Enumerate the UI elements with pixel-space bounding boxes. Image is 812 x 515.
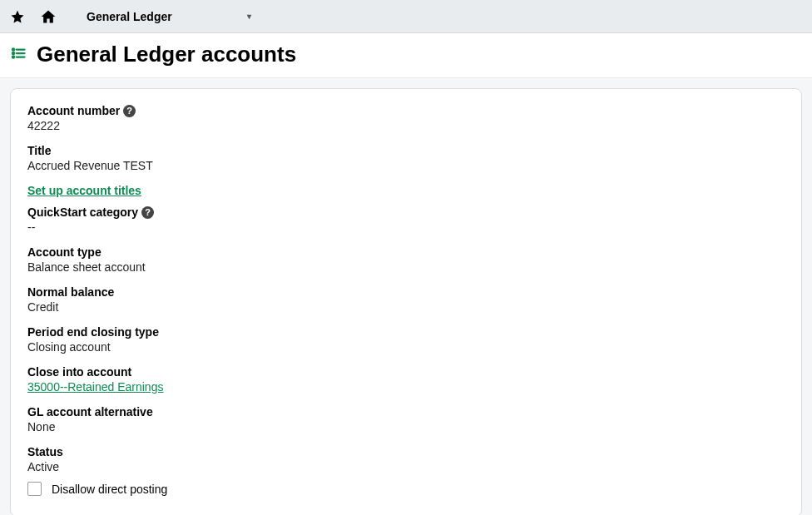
account-type-value: Balance sheet account xyxy=(27,260,785,274)
period-end-value: Closing account xyxy=(27,340,785,354)
favorites-icon[interactable] xyxy=(10,9,25,24)
disallow-checkbox[interactable] xyxy=(27,482,42,496)
content-area: Account number ? 42222 Title Accrued Rev… xyxy=(0,78,812,515)
status-value: Active xyxy=(27,460,785,473)
title-value: Accrued Revenue TEST xyxy=(27,159,785,172)
svg-point-0 xyxy=(12,48,14,50)
title-label: Title xyxy=(27,144,785,157)
module-selector[interactable]: General Ledger ▾ xyxy=(87,10,251,23)
home-icon[interactable] xyxy=(40,8,57,25)
quickstart-label: QuickStart category xyxy=(27,206,138,219)
field-status: Status Active xyxy=(27,445,785,473)
help-icon[interactable]: ? xyxy=(141,206,154,219)
module-selector-label: General Ledger xyxy=(87,10,172,23)
chevron-down-icon: ▾ xyxy=(247,12,251,21)
account-number-value: 42222 xyxy=(27,119,785,132)
help-icon[interactable]: ? xyxy=(123,105,136,117)
normal-balance-label: Normal balance xyxy=(27,285,785,299)
close-into-account-link[interactable]: 35000--Retained Earnings xyxy=(27,380,163,394)
topbar: General Ledger ▾ xyxy=(0,0,812,33)
account-type-label: Account type xyxy=(27,245,785,259)
close-into-label: Close into account xyxy=(27,365,785,379)
disallow-label: Disallow direct posting xyxy=(52,483,167,496)
field-quickstart: QuickStart category ? -- xyxy=(27,206,785,234)
field-gl-alternative: GL account alternative None xyxy=(27,405,785,433)
field-account-type: Account type Balance sheet account xyxy=(27,245,785,274)
field-period-end: Period end closing type Closing account xyxy=(27,325,785,354)
quickstart-value: -- xyxy=(27,220,785,234)
normal-balance-value: Credit xyxy=(27,300,785,314)
field-title: Title Accrued Revenue TEST xyxy=(27,144,785,172)
gl-alt-label: GL account alternative xyxy=(27,405,785,418)
disallow-direct-posting-row: Disallow direct posting xyxy=(27,482,785,496)
field-account-number: Account number ? 42222 xyxy=(27,104,785,132)
gl-alt-value: None xyxy=(27,420,785,433)
list-icon[interactable] xyxy=(10,46,27,63)
status-label: Status xyxy=(27,445,785,458)
page-header: General Ledger accounts xyxy=(0,33,812,78)
period-end-label: Period end closing type xyxy=(27,325,785,339)
field-normal-balance: Normal balance Credit xyxy=(27,285,785,314)
svg-point-4 xyxy=(12,56,14,57)
svg-point-2 xyxy=(12,52,14,54)
setup-account-titles-link[interactable]: Set up account titles xyxy=(27,184,141,197)
page-title: General Ledger accounts xyxy=(37,42,296,67)
account-number-label: Account number xyxy=(27,104,120,117)
account-detail-card: Account number ? 42222 Title Accrued Rev… xyxy=(10,88,802,515)
field-close-into: Close into account 35000--Retained Earni… xyxy=(27,365,785,394)
